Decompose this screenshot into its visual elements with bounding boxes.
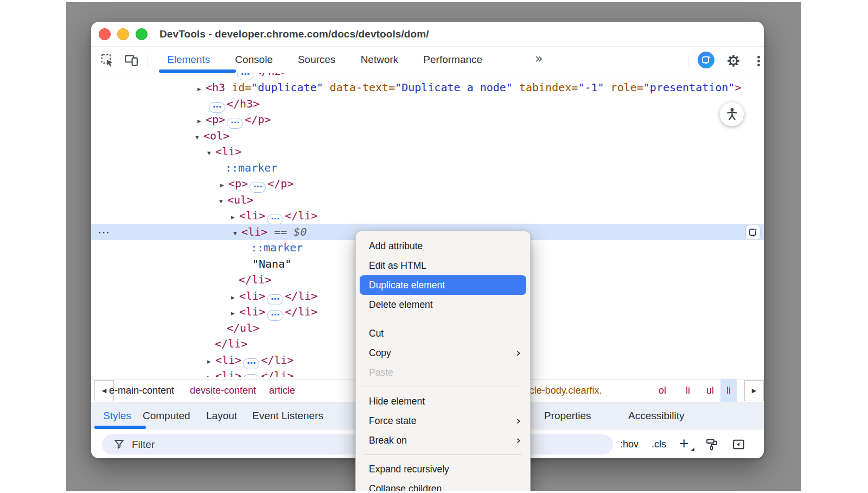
menu-item-cut[interactable]: Cut: [360, 324, 526, 343]
ellipsis-expand-icon[interactable]: ⋯: [243, 374, 259, 377]
dock-sidebar-icon[interactable]: [732, 438, 745, 451]
menu-item-label: Edit as HTML: [369, 260, 426, 271]
dom-tree-row[interactable]: ⋯</h3>: [91, 96, 764, 112]
menu-item-edit-as-html[interactable]: Edit as HTML: [360, 256, 526, 275]
tab-elements[interactable]: Elements: [167, 54, 210, 66]
new-style-rule-button[interactable]: +: [679, 436, 692, 452]
menu-item-expand-recursively[interactable]: Expand recursively: [360, 459, 526, 479]
settings-gear-icon[interactable]: [726, 53, 741, 68]
more-tabs-icon[interactable]: »: [535, 51, 543, 66]
menu-item-paste: Paste: [360, 363, 526, 382]
menu-item-add-attribute[interactable]: Add attribute: [360, 236, 526, 256]
expand-arrow-icon[interactable]: ▸: [220, 177, 228, 193]
dom-tree-row[interactable]: ▸<h3 id="duplicate" data-text="Duplicate…: [91, 80, 764, 96]
code-token-tag: <ul>: [227, 193, 253, 206]
expand-arrow-icon[interactable]: ▸: [207, 369, 215, 377]
code-token-tag: </li>: [285, 289, 317, 302]
ai-assistance-badge[interactable]: [745, 225, 761, 240]
collapse-arrow-icon[interactable]: ▾: [195, 129, 203, 146]
menu-item-hide-element[interactable]: Hide element: [360, 391, 526, 411]
sidebar-tab-properties[interactable]: Properties: [544, 402, 591, 429]
code-token-tag: </li>: [285, 305, 317, 318]
ellipsis-expand-icon[interactable]: ⋯: [209, 102, 225, 113]
dom-tree-row[interactable]: ▾<ul>: [91, 192, 764, 208]
sidebar-tab-styles[interactable]: Styles: [103, 402, 131, 429]
code-token-tag: </li>: [261, 369, 293, 377]
code-token-val: "-1": [578, 81, 604, 94]
sidebar-tab-computed[interactable]: Computed: [143, 402, 190, 429]
dom-tree-row[interactable]: ▸<p>⋯</p>: [91, 112, 764, 128]
ellipsis-expand-icon[interactable]: ⋯: [267, 310, 283, 321]
code-token-attr: data-text=: [323, 81, 395, 94]
tab-sources[interactable]: Sources: [298, 54, 336, 66]
code-token-tag: </ul>: [227, 321, 259, 334]
ellipsis-expand-icon[interactable]: ⋯: [227, 118, 243, 129]
sidebar-tab-event-listeners[interactable]: Event Listeners: [252, 402, 323, 429]
expand-arrow-icon[interactable]: ▸: [231, 305, 239, 321]
menu-item-label: Copy: [369, 347, 391, 359]
code-token-tag: </h3>: [227, 97, 259, 110]
close-window-button[interactable]: [99, 28, 111, 40]
breadcrumb-ol[interactable]: ol: [659, 380, 666, 402]
filter-placeholder: Filter: [132, 439, 155, 451]
menu-item-label: Collapse children: [369, 483, 442, 491]
collapse-arrow-icon[interactable]: ▾: [233, 225, 241, 242]
collapse-arrow-icon[interactable]: ▾: [207, 145, 215, 161]
breadcrumb-e-main-content[interactable]: e-main-content: [109, 380, 174, 402]
toolbar-divider: [148, 54, 148, 67]
menu-item-break-on[interactable]: Break on›: [360, 431, 526, 450]
tab-performance[interactable]: Performance: [423, 54, 482, 66]
tab-console[interactable]: Console: [235, 54, 273, 66]
breadcrumb-article[interactable]: article: [269, 380, 295, 402]
sidebar-tab-accessibility[interactable]: Accessibility: [628, 402, 684, 429]
collapse-arrow-icon[interactable]: ▾: [219, 193, 227, 210]
ellipsis-expand-icon[interactable]: ⋯: [267, 214, 283, 225]
menu-separator: [363, 319, 522, 319]
menu-item-delete-element[interactable]: Delete element: [360, 295, 526, 314]
ellipsis-expand-icon[interactable]: ⋯: [267, 294, 283, 305]
dom-tree-row[interactable]: ▾<ol>: [91, 128, 764, 144]
code-token-tag: <li>: [239, 305, 265, 318]
inspect-element-icon[interactable]: [100, 53, 115, 68]
menu-item-force-state[interactable]: Force state›: [360, 411, 526, 431]
expand-arrow-icon[interactable]: ▸: [231, 209, 239, 225]
expand-arrow-icon[interactable]: ▸: [231, 289, 239, 306]
accessibility-overlay-button[interactable]: [719, 102, 744, 127]
tab-network[interactable]: Network: [361, 54, 399, 66]
sidebar-tab-layout[interactable]: Layout: [206, 402, 237, 429]
dom-tree-row[interactable]: ▸<li>⋯</li>: [91, 208, 764, 224]
code-token-val: "Duplicate a node": [395, 81, 513, 94]
ellipsis-expand-icon[interactable]: ⋯: [243, 358, 259, 369]
kebab-menu-icon[interactable]: [751, 53, 764, 68]
code-token-tag: </p>: [267, 177, 293, 190]
expand-arrow-icon[interactable]: ▸: [197, 81, 206, 97]
submenu-chevron-icon: ›: [516, 347, 521, 359]
code-token-metai: $0: [293, 225, 307, 238]
row-actions-icon[interactable]: ⋯: [98, 224, 110, 241]
breadcrumb-ul[interactable]: ul: [706, 380, 714, 402]
breadcrumb-li[interactable]: li: [720, 380, 737, 402]
expand-arrow-icon[interactable]: ▸: [207, 353, 215, 370]
breadcrumb-scroll-right-button[interactable]: ▶: [744, 380, 764, 401]
ai-assistance-icon[interactable]: [698, 52, 714, 68]
toggle-element-state-button[interactable]: :hov: [620, 439, 639, 450]
minimize-window-button[interactable]: [117, 28, 129, 40]
element-classes-button[interactable]: .cls: [652, 439, 666, 450]
ellipsis-expand-icon[interactable]: ⋯: [237, 73, 253, 80]
dom-tree-row[interactable]: ::marker: [91, 160, 764, 176]
menu-item-duplicate-element[interactable]: Duplicate element: [360, 275, 526, 295]
rendering-emulations-icon[interactable]: [705, 438, 719, 451]
dom-tree-row[interactable]: ⋯</h2>: [91, 73, 764, 80]
expand-arrow-icon[interactable]: ▸: [197, 113, 206, 129]
zoom-window-button[interactable]: [136, 28, 148, 40]
device-toolbar-icon[interactable]: [124, 53, 139, 68]
ellipsis-expand-icon[interactable]: ⋯: [250, 182, 266, 193]
breadcrumb-li[interactable]: li: [686, 380, 690, 402]
active-tab-underline: [159, 69, 236, 73]
menu-item-copy[interactable]: Copy›: [360, 343, 526, 363]
dom-tree-row[interactable]: ▸<p>⋯</p>: [91, 176, 764, 192]
menu-item-collapse-children[interactable]: Collapse children: [360, 479, 526, 491]
dom-tree-row[interactable]: ▾<li>: [91, 144, 764, 160]
breadcrumb-devsite-content[interactable]: devsite-content: [190, 380, 256, 402]
code-token-tag: </li>: [239, 273, 271, 286]
